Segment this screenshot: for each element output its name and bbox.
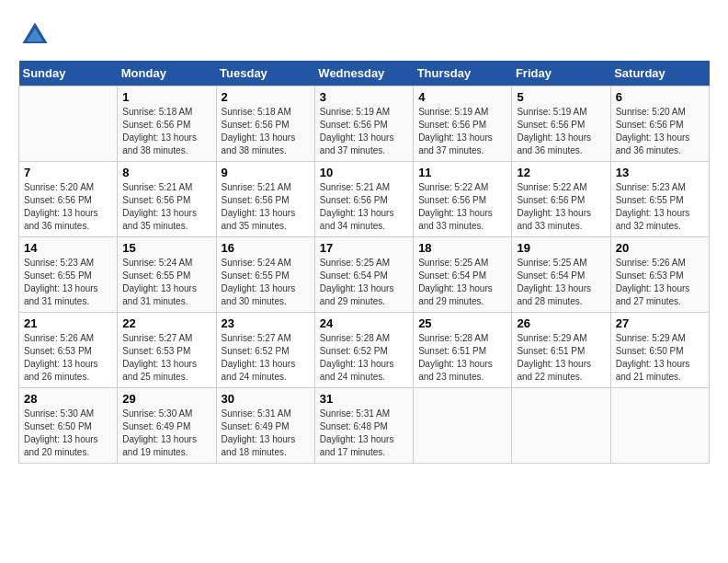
calendar-cell: 18Sunrise: 5:25 AM Sunset: 6:54 PM Dayli… [414, 237, 512, 313]
calendar-cell: 26Sunrise: 5:29 AM Sunset: 6:51 PM Dayli… [512, 313, 610, 388]
day-number: 7 [24, 166, 112, 179]
day-number: 22 [122, 316, 210, 330]
day-number: 13 [616, 166, 704, 179]
day-info: Sunrise: 5:19 AM Sunset: 6:56 PM Dayligh… [418, 106, 506, 157]
day-number: 17 [320, 241, 408, 255]
day-number: 6 [616, 90, 704, 104]
day-number: 10 [320, 166, 408, 179]
day-number: 5 [517, 90, 605, 104]
day-number: 26 [517, 316, 605, 330]
day-number: 30 [222, 392, 310, 406]
day-number: 11 [418, 166, 506, 179]
calendar-cell: 24Sunrise: 5:28 AM Sunset: 6:52 PM Dayli… [314, 313, 413, 388]
calendar-cell [19, 86, 118, 162]
weekday-header-wednesday: Wednesday [314, 61, 413, 86]
week-row-4: 28Sunrise: 5:30 AM Sunset: 6:50 PM Dayli… [19, 388, 710, 464]
day-info: Sunrise: 5:21 AM Sunset: 6:56 PM Dayligh… [320, 181, 408, 233]
calendar-cell: 3Sunrise: 5:19 AM Sunset: 6:56 PM Daylig… [314, 86, 413, 162]
day-info: Sunrise: 5:26 AM Sunset: 6:53 PM Dayligh… [24, 332, 112, 384]
day-info: Sunrise: 5:30 AM Sunset: 6:50 PM Dayligh… [24, 408, 112, 459]
calendar-cell: 19Sunrise: 5:25 AM Sunset: 6:54 PM Dayli… [512, 237, 610, 313]
day-number: 18 [418, 241, 506, 255]
day-number: 9 [222, 166, 310, 179]
weekday-header-sunday: Sunday [19, 61, 118, 86]
week-row-1: 7Sunrise: 5:20 AM Sunset: 6:56 PM Daylig… [19, 162, 710, 237]
day-info: Sunrise: 5:23 AM Sunset: 6:55 PM Dayligh… [24, 257, 112, 308]
calendar-cell: 6Sunrise: 5:20 AM Sunset: 6:56 PM Daylig… [610, 86, 709, 162]
day-info: Sunrise: 5:25 AM Sunset: 6:54 PM Dayligh… [320, 257, 408, 308]
day-number: 19 [517, 241, 605, 255]
day-info: Sunrise: 5:27 AM Sunset: 6:53 PM Dayligh… [122, 332, 210, 384]
day-number: 24 [320, 316, 408, 330]
calendar-cell: 8Sunrise: 5:21 AM Sunset: 6:56 PM Daylig… [118, 162, 216, 237]
day-info: Sunrise: 5:24 AM Sunset: 6:55 PM Dayligh… [122, 257, 210, 308]
calendar-table: SundayMondayTuesdayWednesdayThursdayFrid… [18, 61, 710, 464]
day-info: Sunrise: 5:26 AM Sunset: 6:53 PM Dayligh… [616, 257, 704, 308]
day-number: 28 [24, 392, 112, 406]
calendar-cell [610, 388, 709, 464]
calendar-cell: 4Sunrise: 5:19 AM Sunset: 6:56 PM Daylig… [414, 86, 512, 162]
week-row-3: 21Sunrise: 5:26 AM Sunset: 6:53 PM Dayli… [19, 313, 710, 388]
day-info: Sunrise: 5:18 AM Sunset: 6:56 PM Dayligh… [222, 106, 310, 157]
calendar-cell: 2Sunrise: 5:18 AM Sunset: 6:56 PM Daylig… [216, 86, 314, 162]
calendar-cell: 13Sunrise: 5:23 AM Sunset: 6:55 PM Dayli… [610, 162, 709, 237]
day-info: Sunrise: 5:28 AM Sunset: 6:52 PM Dayligh… [320, 332, 408, 384]
day-info: Sunrise: 5:22 AM Sunset: 6:56 PM Dayligh… [517, 181, 605, 233]
calendar-cell: 31Sunrise: 5:31 AM Sunset: 6:48 PM Dayli… [314, 388, 413, 464]
calendar-cell: 9Sunrise: 5:21 AM Sunset: 6:56 PM Daylig… [216, 162, 314, 237]
day-info: Sunrise: 5:25 AM Sunset: 6:54 PM Dayligh… [517, 257, 605, 308]
weekday-header-monday: Monday [118, 61, 216, 86]
day-info: Sunrise: 5:18 AM Sunset: 6:56 PM Dayligh… [122, 106, 210, 157]
day-number: 27 [616, 316, 704, 330]
day-info: Sunrise: 5:22 AM Sunset: 6:56 PM Dayligh… [418, 181, 506, 233]
calendar-cell: 22Sunrise: 5:27 AM Sunset: 6:53 PM Dayli… [118, 313, 216, 388]
day-info: Sunrise: 5:29 AM Sunset: 6:50 PM Dayligh… [616, 332, 704, 384]
day-info: Sunrise: 5:27 AM Sunset: 6:52 PM Dayligh… [222, 332, 310, 384]
calendar-cell: 12Sunrise: 5:22 AM Sunset: 6:56 PM Dayli… [512, 162, 610, 237]
day-info: Sunrise: 5:19 AM Sunset: 6:56 PM Dayligh… [320, 106, 408, 157]
weekday-header-thursday: Thursday [414, 61, 512, 86]
day-info: Sunrise: 5:23 AM Sunset: 6:55 PM Dayligh… [616, 181, 704, 233]
day-number: 20 [616, 241, 704, 255]
day-number: 25 [418, 316, 506, 330]
day-info: Sunrise: 5:25 AM Sunset: 6:54 PM Dayligh… [418, 257, 506, 308]
weekday-header-saturday: Saturday [610, 61, 709, 86]
day-info: Sunrise: 5:20 AM Sunset: 6:56 PM Dayligh… [616, 106, 704, 157]
calendar-cell: 27Sunrise: 5:29 AM Sunset: 6:50 PM Dayli… [610, 313, 709, 388]
calendar-cell: 20Sunrise: 5:26 AM Sunset: 6:53 PM Dayli… [610, 237, 709, 313]
day-info: Sunrise: 5:31 AM Sunset: 6:49 PM Dayligh… [222, 408, 310, 459]
day-number: 29 [122, 392, 210, 406]
calendar-cell [414, 388, 512, 464]
logo [18, 18, 55, 52]
calendar-cell: 28Sunrise: 5:30 AM Sunset: 6:50 PM Dayli… [19, 388, 118, 464]
calendar-cell: 15Sunrise: 5:24 AM Sunset: 6:55 PM Dayli… [118, 237, 216, 313]
weekday-header-tuesday: Tuesday [216, 61, 314, 86]
calendar-cell: 14Sunrise: 5:23 AM Sunset: 6:55 PM Dayli… [19, 237, 118, 313]
week-row-2: 14Sunrise: 5:23 AM Sunset: 6:55 PM Dayli… [19, 237, 710, 313]
day-info: Sunrise: 5:21 AM Sunset: 6:56 PM Dayligh… [122, 181, 210, 233]
calendar-cell: 17Sunrise: 5:25 AM Sunset: 6:54 PM Dayli… [314, 237, 413, 313]
day-number: 21 [24, 316, 112, 330]
page-header [18, 18, 710, 52]
calendar-cell: 21Sunrise: 5:26 AM Sunset: 6:53 PM Dayli… [19, 313, 118, 388]
day-info: Sunrise: 5:20 AM Sunset: 6:56 PM Dayligh… [24, 181, 112, 233]
day-number: 31 [320, 392, 408, 406]
calendar-cell: 29Sunrise: 5:30 AM Sunset: 6:49 PM Dayli… [118, 388, 216, 464]
day-number: 4 [418, 90, 506, 104]
day-info: Sunrise: 5:28 AM Sunset: 6:51 PM Dayligh… [418, 332, 506, 384]
day-number: 8 [122, 166, 210, 179]
calendar-cell: 10Sunrise: 5:21 AM Sunset: 6:56 PM Dayli… [314, 162, 413, 237]
day-info: Sunrise: 5:24 AM Sunset: 6:55 PM Dayligh… [222, 257, 310, 308]
day-number: 16 [222, 241, 310, 255]
day-info: Sunrise: 5:31 AM Sunset: 6:48 PM Dayligh… [320, 408, 408, 459]
calendar-cell: 11Sunrise: 5:22 AM Sunset: 6:56 PM Dayli… [414, 162, 512, 237]
day-number: 14 [24, 241, 112, 255]
day-number: 15 [122, 241, 210, 255]
calendar-cell: 7Sunrise: 5:20 AM Sunset: 6:56 PM Daylig… [19, 162, 118, 237]
day-info: Sunrise: 5:30 AM Sunset: 6:49 PM Dayligh… [122, 408, 210, 459]
day-number: 2 [222, 90, 310, 104]
logo-icon [18, 18, 51, 52]
week-row-0: 1Sunrise: 5:18 AM Sunset: 6:56 PM Daylig… [19, 86, 710, 162]
calendar-cell [512, 388, 610, 464]
calendar-cell: 1Sunrise: 5:18 AM Sunset: 6:56 PM Daylig… [118, 86, 216, 162]
